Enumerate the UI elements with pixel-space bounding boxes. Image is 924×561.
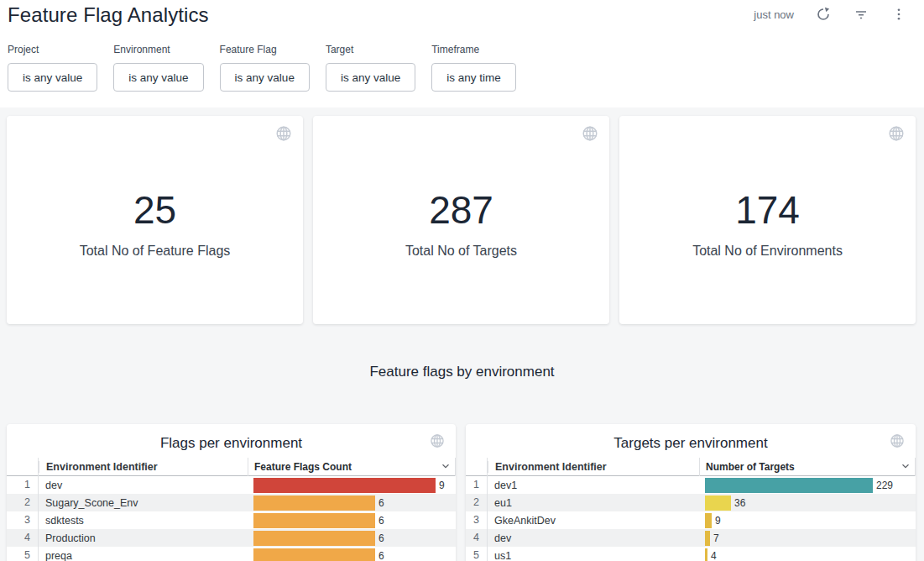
table-row: 2Sugary_Scone_Env6 (7, 494, 456, 511)
column-header-value-label: Feature Flags Count (254, 461, 352, 473)
value-cell: 6 (248, 547, 456, 561)
filter-timeframe-button[interactable]: is any time (431, 63, 516, 92)
value-bar (705, 478, 873, 493)
filter-label: Target (326, 44, 415, 55)
value-bar (253, 548, 375, 561)
row-number: 2 (466, 494, 488, 511)
globe-icon (887, 124, 906, 146)
dashboard-page: Feature Flag Analytics just now (0, 0, 924, 561)
filter-timeframe: Timeframe is any time (431, 44, 516, 92)
data-table: Environment Identifier Feature Flags Cou… (7, 458, 456, 561)
filter-environment: Environment is any value (113, 44, 203, 92)
stat-value: 287 (313, 188, 609, 232)
row-number: 5 (466, 547, 488, 561)
more-options-icon[interactable] (890, 6, 907, 23)
row-number: 1 (466, 476, 488, 494)
table-row: 3GkeAnkitDev9 (466, 511, 916, 529)
filter-label: Environment (113, 44, 203, 55)
value-cell: 229 (699, 476, 916, 494)
environment-identifier-cell: Sugary_Scone_Env (39, 497, 248, 509)
stat-value: 25 (7, 188, 303, 232)
value-label: 6 (378, 495, 384, 511)
stat-label: Total No of Environments (619, 244, 916, 259)
environment-identifier-cell: dev (39, 480, 248, 491)
chevron-down-icon[interactable] (440, 460, 452, 474)
column-header-value[interactable]: Feature Flags Count (248, 458, 456, 476)
value-cell: 6 (248, 494, 456, 511)
header-actions: just now (754, 4, 907, 24)
last-refresh-text: just now (754, 8, 794, 21)
value-label: 229 (876, 478, 893, 493)
filter-label: Feature Flag (220, 44, 310, 55)
table-row: 5us14 (466, 547, 916, 561)
filter-project: Project is any value (8, 44, 97, 92)
value-bar (253, 531, 375, 546)
row-number: 4 (466, 529, 488, 547)
column-header-identifier[interactable]: Environment Identifier (39, 461, 248, 473)
row-number-header (466, 458, 488, 476)
filter-bar: Project is any value Environment is any … (8, 44, 516, 92)
value-bar (705, 531, 710, 546)
value-label: 36 (734, 495, 745, 511)
environment-identifier-cell: sdktests (39, 515, 248, 527)
globe-icon (274, 124, 293, 146)
stat-card-targets: 287 Total No of Targets (313, 116, 609, 324)
value-cell: 6 (248, 529, 456, 547)
value-cell: 7 (699, 529, 916, 547)
filter-target: Target is any value (326, 44, 415, 92)
row-number: 4 (7, 529, 39, 547)
table-title: Flags per environment (7, 435, 456, 452)
stat-card-feature-flags: 25 Total No of Feature Flags (7, 116, 303, 324)
environment-identifier-cell: preqa (39, 550, 248, 561)
table-row: 1dev1229 (466, 476, 916, 494)
row-number: 1 (7, 476, 39, 494)
refresh-icon[interactable] (815, 6, 832, 23)
value-bar (253, 495, 375, 511)
filter-label: Timeframe (431, 44, 516, 55)
globe-icon (889, 433, 906, 453)
value-label: 4 (711, 548, 717, 561)
environment-identifier-cell: Production (39, 532, 248, 544)
table-header: Environment Identifier Number of Targets (466, 458, 916, 476)
filter-project-button[interactable]: is any value (8, 63, 97, 92)
column-header-identifier[interactable]: Environment Identifier (488, 461, 699, 473)
table-row: 5preqa6 (7, 547, 456, 561)
value-label: 7 (713, 531, 719, 546)
environment-identifier-cell: us1 (488, 550, 699, 561)
value-label: 6 (378, 548, 384, 561)
filter-label: Project (8, 44, 97, 55)
table-row: 1dev9 (7, 476, 456, 494)
value-label: 9 (715, 513, 721, 528)
value-bar (253, 478, 436, 493)
environment-identifier-cell: dev (488, 532, 699, 544)
filter-environment-button[interactable]: is any value (113, 63, 203, 92)
column-header-value-label: Number of Targets (706, 461, 795, 473)
table-cards-row: Flags per environment Environment Identi… (7, 424, 916, 561)
stat-label: Total No of Feature Flags (7, 244, 303, 259)
stat-content: 174 Total No of Environments (619, 188, 916, 259)
value-label: 6 (378, 531, 384, 546)
stat-content: 287 Total No of Targets (313, 188, 609, 259)
value-cell: 4 (699, 547, 916, 561)
table-row: 3sdktests6 (7, 511, 456, 529)
section-title: Feature flags by environment (0, 364, 924, 380)
filter-feature-flag-button[interactable]: is any value (220, 63, 310, 92)
stat-content: 25 Total No of Feature Flags (7, 188, 303, 259)
chevron-down-icon[interactable] (900, 460, 911, 474)
stat-label: Total No of Targets (313, 244, 609, 259)
data-table: Environment Identifier Number of Targets… (466, 458, 916, 561)
row-number: 2 (7, 494, 39, 511)
stat-value: 174 (619, 188, 916, 232)
column-header-value[interactable]: Number of Targets (699, 458, 916, 476)
row-number-header (7, 458, 39, 476)
globe-icon (429, 433, 446, 453)
filter-icon[interactable] (853, 6, 869, 23)
value-label: 6 (378, 513, 384, 528)
row-number: 3 (466, 511, 488, 529)
filter-target-button[interactable]: is any value (326, 63, 415, 92)
flags-per-environment-card: Flags per environment Environment Identi… (7, 424, 456, 561)
dashboard-header: Feature Flag Analytics just now (0, 0, 924, 30)
environment-identifier-cell: dev1 (488, 480, 699, 491)
value-bar (705, 513, 712, 528)
value-cell: 9 (699, 511, 916, 529)
